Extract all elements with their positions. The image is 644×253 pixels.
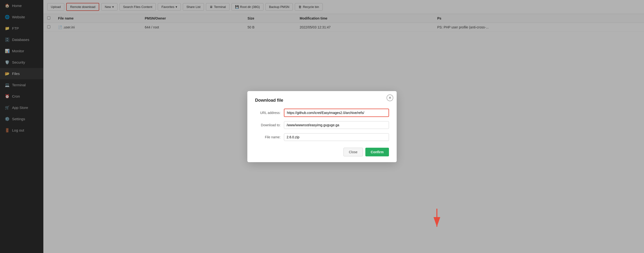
arrow-svg <box>427 209 446 233</box>
download-to-label: Download to: <box>255 123 284 127</box>
arrow-annotation <box>427 209 446 234</box>
dialog-overlay: ✕ Download file URL address: Download to… <box>0 0 644 253</box>
dialog-footer: Close Confirm <box>255 148 389 156</box>
url-input[interactable] <box>284 109 389 117</box>
file-name-input[interactable] <box>284 133 389 141</box>
file-name-row: File name: <box>255 133 389 141</box>
confirm-button[interactable]: Confirm <box>365 148 389 156</box>
close-dialog-button[interactable]: Close <box>344 148 363 156</box>
url-label: URL address: <box>255 111 284 115</box>
url-row: URL address: <box>255 109 389 117</box>
file-name-label: File name: <box>255 135 284 139</box>
dialog-title: Download file <box>255 98 389 103</box>
dialog-close-button[interactable]: ✕ <box>386 94 393 101</box>
download-to-input[interactable] <box>284 121 389 129</box>
download-file-dialog: ✕ Download file URL address: Download to… <box>247 91 397 162</box>
download-to-row: Download to: <box>255 121 389 129</box>
